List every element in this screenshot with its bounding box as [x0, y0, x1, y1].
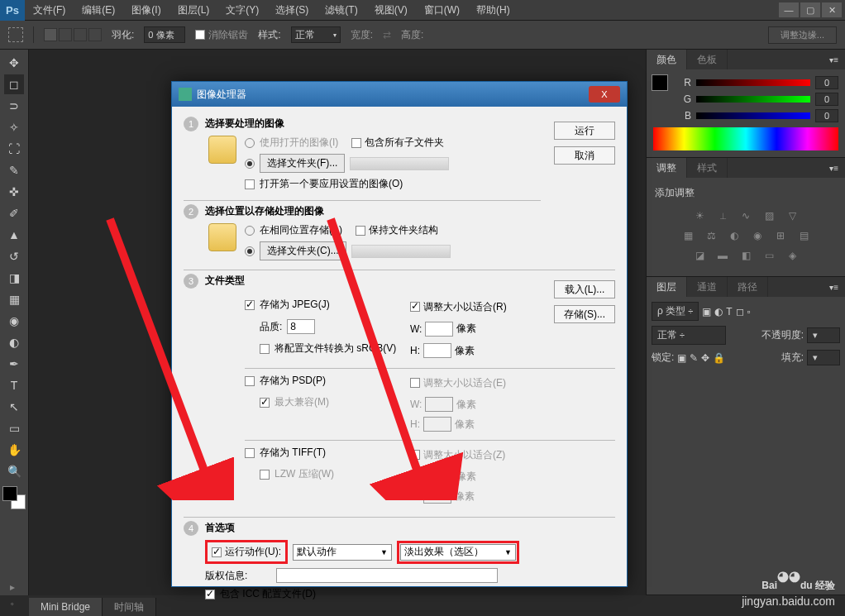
b-slider[interactable] — [696, 112, 810, 119]
fg-bg-color[interactable] — [2, 486, 26, 509]
invert-icon[interactable]: ◪ — [690, 248, 709, 263]
zoom-tool[interactable]: 🔍 — [4, 461, 24, 481]
r-value[interactable]: 0 — [815, 76, 838, 89]
filter-pixel-icon[interactable]: ▣ — [702, 306, 711, 318]
menu-type[interactable]: 文字(Y) — [217, 3, 267, 17]
selection-add-icon[interactable] — [59, 28, 72, 41]
filter-adjust-icon[interactable]: ◐ — [714, 306, 723, 318]
dodge-tool[interactable]: ◐ — [4, 332, 24, 352]
load-button[interactable]: 载入(L)... — [554, 280, 615, 298]
menu-window[interactable]: 窗口(W) — [416, 3, 468, 17]
selection-new-icon[interactable] — [44, 28, 57, 41]
tiff-checkbox[interactable] — [245, 448, 255, 458]
jpeg-w-input[interactable] — [425, 322, 453, 337]
lock-all-icon[interactable]: 🔒 — [713, 352, 725, 364]
wand-tool[interactable]: ✧ — [4, 117, 24, 137]
eyedropper-tool[interactable]: ✎ — [4, 160, 24, 180]
crop-tool[interactable]: ⛶ — [4, 139, 24, 159]
fill-input[interactable]: ▾ — [807, 350, 840, 365]
menu-select[interactable]: 选择(S) — [267, 3, 317, 17]
type-tool[interactable]: T — [4, 375, 24, 395]
stamp-tool[interactable]: ▲ — [4, 225, 24, 245]
panel-menu-icon[interactable]: ▾≡ — [823, 55, 845, 64]
jpeg-resize-checkbox[interactable] — [410, 302, 420, 312]
panel-menu-icon[interactable]: ▾≡ — [823, 283, 845, 292]
panel-menu-icon[interactable]: ▾≡ — [823, 164, 845, 173]
hue-icon[interactable]: ▦ — [679, 228, 697, 243]
minimize-button[interactable]: — — [779, 2, 799, 17]
jpeg-h-input[interactable] — [423, 343, 451, 358]
exposure-icon[interactable]: ▨ — [760, 208, 778, 223]
move-tool[interactable]: ✥ — [4, 53, 24, 73]
channels-tab[interactable]: 通道 — [687, 277, 728, 297]
select-folder1-button[interactable]: 选择文件夹(F)... — [260, 154, 345, 173]
balance-icon[interactable]: ⚖ — [702, 228, 720, 243]
g-slider[interactable] — [696, 96, 810, 103]
shape-tool[interactable]: ▭ — [4, 418, 24, 438]
lock-trans-icon[interactable]: ▣ — [677, 352, 686, 364]
brightness-icon[interactable]: ☀ — [690, 208, 709, 223]
blend-mode-dropdown[interactable]: 正常 ÷ — [652, 326, 726, 345]
expand-icon[interactable]: ▸ — [3, 580, 21, 595]
dialog-close-button[interactable]: X — [589, 86, 620, 103]
adjustments-tab[interactable]: 调整 — [647, 158, 687, 178]
posterize-icon[interactable]: ▬ — [714, 248, 732, 263]
menu-file[interactable]: 文件(F) — [25, 3, 74, 17]
include-sub-checkbox[interactable] — [351, 138, 361, 148]
menu-filter[interactable]: 滤镜(T) — [317, 3, 365, 17]
r-slider[interactable] — [696, 79, 810, 86]
history-brush-tool[interactable]: ↺ — [4, 246, 24, 266]
photo-filter-icon[interactable]: ◉ — [748, 228, 766, 243]
icc-checkbox[interactable] — [205, 590, 215, 599]
feather-input[interactable] — [144, 26, 185, 43]
select-folder2-button[interactable]: 选择文件夹(C)... — [260, 241, 346, 260]
copyright-input[interactable] — [276, 568, 498, 583]
keep-struct-checkbox[interactable] — [356, 226, 365, 236]
selection-subtract-icon[interactable] — [74, 28, 87, 41]
action-set-dropdown[interactable]: 默认动作▼ — [293, 544, 392, 561]
lock-pos-icon[interactable]: ✥ — [701, 352, 709, 364]
opacity-input[interactable]: ▾ — [807, 327, 840, 343]
filter-smart-icon[interactable]: ▫ — [747, 306, 751, 318]
use-open-radio[interactable] — [245, 138, 255, 148]
filter-shape-icon[interactable]: ◻ — [736, 306, 744, 318]
mini-bridge-tab[interactable]: Mini Bridge — [29, 598, 103, 616]
lock-pixel-icon[interactable]: ✎ — [690, 352, 698, 364]
filter-type-icon[interactable]: T — [726, 306, 732, 318]
pen-tool[interactable]: ✒ — [4, 354, 24, 374]
swatches-tab[interactable]: 色板 — [687, 50, 728, 69]
action-dropdown[interactable]: 淡出效果（选区）▼ — [400, 544, 516, 561]
marquee-tool[interactable]: ◻ — [4, 74, 24, 94]
antialias-checkbox[interactable] — [195, 30, 205, 40]
same-loc-radio[interactable] — [245, 226, 255, 236]
eraser-tool[interactable]: ◨ — [4, 268, 24, 288]
hand-tool[interactable]: ✋ — [4, 440, 24, 460]
select-folder2-radio[interactable] — [245, 246, 255, 256]
g-value[interactable]: 0 — [815, 93, 838, 106]
selection-intersect-icon[interactable] — [88, 28, 102, 41]
refine-edge-button[interactable]: 调整边缘... — [768, 26, 837, 44]
lookup-icon[interactable]: ▤ — [795, 228, 813, 243]
lasso-tool[interactable]: ⊃ — [4, 96, 24, 116]
gradient-map-icon[interactable]: ▭ — [760, 248, 778, 263]
select-folder-radio[interactable] — [245, 159, 255, 169]
brush-tool[interactable]: ✐ — [4, 203, 24, 223]
jpeg-checkbox[interactable] — [245, 300, 255, 310]
timeline-tab[interactable]: 时间轴 — [103, 598, 156, 616]
marquee-tool-icon[interactable] — [8, 27, 23, 42]
vibrance-icon[interactable]: ▽ — [783, 208, 801, 223]
color-tab[interactable]: 颜色 — [647, 50, 687, 69]
maximize-button[interactable]: ▢ — [800, 2, 820, 17]
styles-tab[interactable]: 样式 — [687, 158, 728, 178]
menu-layer[interactable]: 图层(L) — [169, 3, 218, 17]
b-value[interactable]: 0 — [815, 109, 838, 122]
levels-icon[interactable]: ⟂ — [714, 208, 732, 223]
blur-tool[interactable]: ◉ — [4, 311, 24, 331]
collapse-icon[interactable]: ◦ — [3, 596, 21, 611]
close-button[interactable]: ✕ — [822, 2, 842, 17]
save-button[interactable]: 存储(S)... — [554, 305, 615, 323]
quality-input[interactable] — [287, 319, 315, 334]
menu-view[interactable]: 视图(V) — [366, 3, 416, 17]
paths-tab[interactable]: 路径 — [728, 277, 768, 297]
threshold-icon[interactable]: ◧ — [737, 248, 755, 263]
